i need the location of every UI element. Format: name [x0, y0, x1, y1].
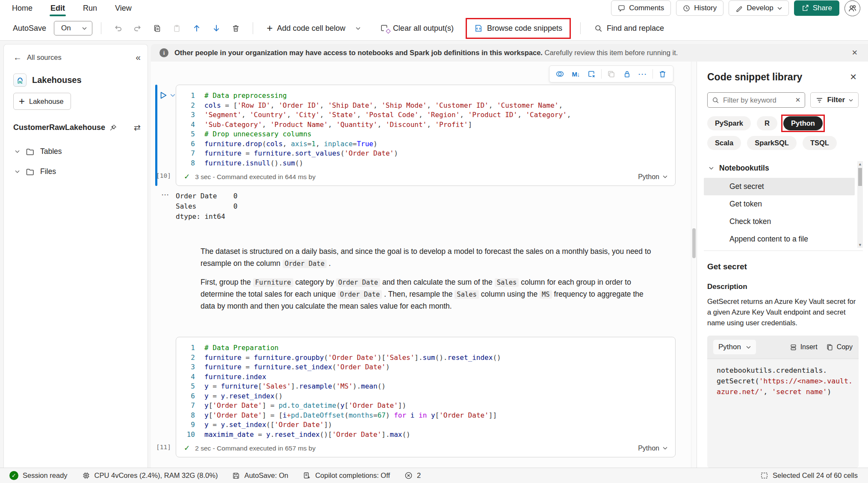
cell-language-select[interactable]: Python [638, 445, 667, 452]
notebook-scrollbar[interactable] [691, 62, 697, 468]
history-button[interactable]: History [676, 0, 723, 16]
cell-output-text: Order Date 0 Sales 0 dtype: int64 [176, 191, 238, 222]
chevron-down-icon [15, 170, 20, 173]
resource-usage[interactable]: CPU 4vCores (2.4%), RAM 32G (8.0%) [82, 471, 218, 480]
cell-code[interactable]: 1# Data Preparation2furniture = furnitur… [183, 343, 667, 439]
copilot-icon [303, 471, 311, 480]
tab-home[interactable]: Home [11, 1, 33, 15]
lock-cell-icon[interactable] [620, 68, 634, 80]
session-status[interactable]: ✓ Session ready [9, 471, 68, 480]
share-button[interactable]: Share [794, 0, 839, 16]
tab-view[interactable]: View [114, 1, 133, 15]
browse-code-snippets-button[interactable]: Browse code snippets [469, 21, 567, 36]
insert-label: Insert [800, 343, 818, 351]
comments-button[interactable]: Comments [611, 0, 671, 16]
add-lakehouse-button[interactable]: + Lakehouse [13, 93, 71, 110]
filter-label: Filter [827, 96, 845, 104]
close-panel-icon[interactable]: ✕ [848, 71, 859, 83]
session-label: Session ready [23, 471, 68, 480]
language-pill-tsql[interactable]: TSQL [803, 136, 837, 150]
divider [580, 22, 581, 34]
language-pill-python[interactable]: Python [783, 116, 823, 130]
delete-cell-icon[interactable] [655, 68, 670, 80]
banner-text: Carefully review this item before runnin… [545, 49, 678, 56]
scroll-up-icon[interactable]: ▲ [857, 162, 863, 166]
output-collapse-dots[interactable]: ··· [155, 191, 176, 222]
paste-cell-button[interactable] [169, 20, 185, 36]
find-replace-button[interactable]: Find and replace [589, 21, 669, 36]
lakehouse-name[interactable]: CustomerRawLakehouse [13, 123, 105, 132]
clear-cell-output-icon[interactable] [585, 68, 599, 80]
history-clock-icon [683, 5, 690, 12]
panel-title: Code snippet library [707, 71, 802, 83]
copy-snippet-button[interactable]: Copy [826, 343, 853, 351]
snippet-list-scrollbar[interactable]: ▲ ▼ [857, 161, 863, 248]
move-cell-down-button[interactable] [208, 20, 224, 36]
insert-snippet-button[interactable]: Insert [790, 343, 818, 351]
cell-selection-status[interactable]: Selected Cell 24 of 60 cells [760, 471, 858, 480]
back-arrow-icon[interactable]: ← [13, 53, 22, 62]
language-pill-sparksql[interactable]: SparkSQL [747, 136, 797, 150]
add-code-cell-button[interactable]: + Add code cell below [262, 20, 366, 37]
cell-output-block: ··· Order Date 0 Sales 0 dtype: int64 [155, 191, 676, 222]
snippet-filter-input[interactable]: Filter by keyword ✕ [707, 92, 805, 108]
divider [253, 22, 253, 34]
autosave-status[interactable]: AutoSave: On [232, 471, 288, 480]
tab-run[interactable]: Run [82, 1, 98, 15]
autosave-select[interactable]: On [54, 21, 92, 35]
account-button[interactable] [844, 0, 860, 16]
snippet-item[interactable]: Get secret [704, 178, 855, 195]
run-cell-button[interactable] [160, 91, 167, 99]
clear-all-outputs-button[interactable]: Clear all output(s) [375, 21, 459, 36]
copilot-cell-icon[interactable] [553, 68, 567, 80]
copilot-status[interactable]: Copilot completions: Off [303, 471, 390, 480]
develop-button[interactable]: Develop [729, 0, 788, 16]
all-sources-label[interactable]: All sources [27, 53, 62, 62]
more-cell-actions-icon[interactable]: ··· [636, 68, 650, 80]
filter-placeholder: Filter by keyword [723, 96, 791, 104]
delete-cell-button[interactable] [228, 20, 244, 36]
divider [101, 22, 101, 34]
scroll-down-icon[interactable]: ▼ [857, 243, 863, 247]
snippet-item[interactable]: Get token [704, 195, 855, 213]
error-count[interactable]: 2 [404, 471, 421, 480]
scrollbar-thumb[interactable] [858, 168, 862, 186]
copy-cell-button[interactable] [149, 20, 165, 36]
markdown-cell[interactable]: The dataset is structured on a daily bas… [201, 246, 658, 312]
language-pill-r[interactable]: R [757, 116, 777, 130]
tables-label: Tables [40, 147, 62, 156]
switch-lakehouse-icon[interactable]: ⇄ [134, 123, 141, 133]
duplicate-cell-icon[interactable] [604, 68, 618, 80]
snippet-language-select[interactable]: Python [713, 340, 756, 354]
code-cell-1[interactable]: [10] M↓ [155, 85, 676, 186]
snippet-item[interactable]: Append content to a file [704, 230, 855, 248]
collapse-pane-icon[interactable]: « [136, 52, 141, 62]
filter-button[interactable]: Filter [810, 92, 859, 108]
run-options-chevron-icon[interactable] [170, 94, 175, 97]
execution-count: [10] [156, 172, 171, 179]
copy-icon [153, 24, 161, 32]
tree-node-files[interactable]: Files [13, 167, 141, 176]
scrollbar-thumb[interactable] [692, 228, 696, 258]
clear-filter-icon[interactable]: ✕ [795, 96, 801, 104]
snippet-group-notebookutils[interactable]: Notebookutils [704, 161, 855, 178]
cell-language-select[interactable]: Python [638, 173, 667, 181]
pin-icon[interactable] [109, 124, 117, 131]
move-cell-up-button[interactable] [189, 20, 205, 36]
group-label: Notebookutils [719, 164, 769, 173]
tab-edit[interactable]: Edit [50, 1, 66, 15]
snippet-item[interactable]: Check token [704, 213, 855, 230]
convert-to-markdown-icon[interactable]: M↓ [569, 68, 583, 80]
session-ready-icon: ✓ [9, 471, 18, 480]
language-pill-scala[interactable]: Scala [707, 136, 741, 150]
banner-close-icon[interactable]: ✕ [849, 47, 860, 59]
redo-button[interactable] [130, 20, 146, 36]
language-pill-pyspark[interactable]: PySpark [707, 116, 751, 130]
undo-button[interactable] [110, 20, 126, 36]
autosave-status-label: AutoSave: On [244, 471, 288, 480]
copy-icon [826, 344, 833, 351]
cell-code[interactable]: 1# Data preprocessing2cols = ['Row ID', … [183, 91, 667, 168]
code-cell-2[interactable]: [11] 1# Data Preparation2furniture = fur… [155, 337, 676, 457]
tree-node-tables[interactable]: Tables [13, 147, 141, 156]
snippet-code[interactable]: notebookutils.credentials.getSecret('htt… [707, 359, 859, 468]
